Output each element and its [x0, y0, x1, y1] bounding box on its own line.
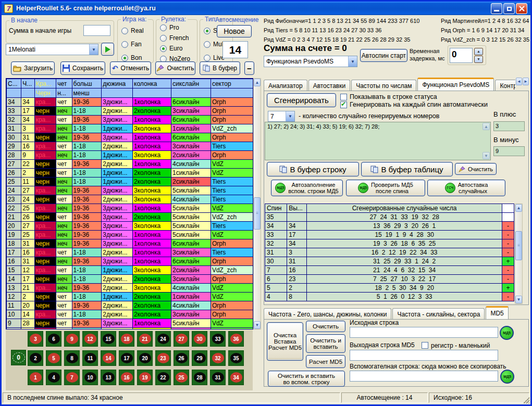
history-cell[interactable]: 5сиклайн — [171, 231, 211, 239]
board-cell-31[interactable]: 31 — [210, 370, 226, 385]
history-cell[interactable]: Orph — [211, 310, 253, 319]
history-cell[interactable]: VdZ_zch — [211, 266, 253, 275]
table-row[interactable]: 31316 2 12 19 22 34 33- — [265, 248, 514, 257]
spin-table[interactable]: СпинВы...Сгенерированные случайные числа… — [265, 204, 514, 301]
history-cell[interactable]: кра... — [34, 310, 56, 319]
history-cell[interactable]: VdZ — [211, 284, 253, 293]
history-cell[interactable]: 19-36 — [72, 319, 102, 328]
table-row[interactable]: 313кра...неч1-181дюжи...3колонка1сиклайн… — [7, 124, 253, 133]
history-cell[interactable]: 1колонка — [133, 116, 171, 124]
check-md5-button[interactable]: МД5Проверить МД5 после спина — [346, 180, 425, 196]
history-cell[interactable]: Orph — [211, 301, 253, 310]
history-cell[interactable]: 1сиклайн — [171, 124, 211, 133]
history-cell[interactable]: 16 — [21, 248, 34, 257]
history-header[interactable] — [133, 88, 171, 98]
history-cell[interactable]: Orph — [211, 151, 253, 160]
history-header[interactable]: больш — [72, 79, 102, 88]
history-cell[interactable]: 17 — [21, 275, 34, 284]
history-cell[interactable]: 2дюжи... — [102, 195, 133, 204]
chevron-down-icon[interactable]: ▼ — [89, 44, 98, 55]
board-cell-10[interactable]: 10 — [82, 370, 98, 385]
history-cell[interactable]: кра... — [34, 231, 56, 239]
history-cell[interactable]: черн — [34, 169, 56, 177]
history-cell[interactable]: 3сиклайн — [171, 142, 211, 151]
history-cell[interactable]: чет — [56, 293, 72, 301]
table-row[interactable]: 2916кра...чет1-182дюжи...1колонка3сиклай… — [7, 142, 253, 151]
board-cell-26[interactable]: 26 — [174, 350, 189, 366]
history-cell[interactable]: черн — [34, 195, 56, 204]
minus-input[interactable]: 9 — [493, 146, 525, 156]
history-header[interactable]: С... — [7, 79, 21, 88]
table-row[interactable]: 1925кра...неч19-363дюжи...1колонка5сикла… — [7, 231, 253, 239]
table-row[interactable]: 2511черннеч1-181дюжи...2колонка2сиклайнT… — [7, 177, 253, 186]
history-cell[interactable]: 15 — [7, 266, 21, 275]
tab-5[interactable]: Контроль банкро — [495, 80, 515, 91]
table-row[interactable]: 3234кра...чет19-363дюжи...1колонка6сикла… — [7, 116, 253, 124]
history-cell[interactable]: 24 — [21, 195, 34, 204]
history-cell[interactable]: 1колонка — [133, 257, 171, 266]
maximize-button[interactable] — [503, 3, 515, 14]
autospin-start-button[interactable]: Автоспин старт — [360, 49, 407, 62]
history-cell[interactable]: 21 — [21, 284, 34, 293]
clear-paste-aux-button[interactable]: Очистить и вставить во вспом. строку — [268, 371, 345, 387]
history-cell[interactable]: 19-36 — [72, 222, 102, 231]
history-cell[interactable]: 28 — [7, 151, 21, 160]
radio-fan[interactable]: Fan — [121, 41, 153, 48]
history-cell[interactable]: неч — [56, 222, 72, 231]
history-cell[interactable]: Tiers — [211, 195, 253, 204]
history-cell[interactable]: 1-18 — [72, 328, 102, 330]
history-cell[interactable]: кра... — [34, 98, 56, 107]
history-cell[interactable]: неч — [56, 133, 72, 142]
history-cell[interactable]: 3колонка — [133, 266, 171, 275]
history-cell[interactable]: 1сиклайн — [171, 169, 211, 177]
autobet-random-button[interactable]: ГСЧАвтоставка случайных — [427, 180, 505, 196]
history-cell[interactable]: 1дюжи... — [102, 151, 133, 160]
history-cell[interactable]: 1-18 — [72, 142, 102, 151]
history-cell[interactable]: неч — [56, 204, 72, 213]
clear-generated-button[interactable]: Очистить — [455, 163, 497, 175]
history-cell[interactable]: 29 — [7, 142, 21, 151]
history-cell[interactable]: кра... — [34, 328, 56, 330]
history-cell[interactable]: 31 — [21, 239, 34, 248]
close-button[interactable] — [516, 3, 527, 14]
history-cell[interactable]: кра... — [34, 186, 56, 195]
board-cell-6[interactable]: 6 — [46, 331, 61, 347]
table-row[interactable]: 2126чернчет19-363дюжи...2колонка5сиклайн… — [7, 213, 253, 222]
history-cell[interactable]: чет — [56, 142, 72, 151]
history-cell[interactable]: 19-36 — [72, 116, 102, 124]
history-cell[interactable]: 6сиклайн — [171, 98, 211, 107]
radio-bon[interactable]: Bon — [121, 54, 153, 61]
history-cell[interactable]: чет — [56, 195, 72, 204]
history-header[interactable]: н... — [56, 88, 72, 98]
history-cell[interactable]: 19 — [7, 231, 21, 239]
history-cell[interactable]: кра... — [34, 248, 56, 257]
history-cell[interactable]: 28 — [21, 319, 34, 328]
chevron-down-icon[interactable]: ▼ — [348, 56, 357, 67]
history-cell[interactable]: 19-36 — [72, 133, 102, 142]
history-cell[interactable]: 3сиклайн — [171, 310, 211, 319]
radio-circle-icon[interactable] — [160, 35, 167, 42]
history-cell[interactable]: 12 — [21, 266, 34, 275]
history-cell[interactable]: 24 — [7, 186, 21, 195]
history-cell[interactable]: 2дюжи... — [102, 301, 133, 310]
tab-scroll-right-icon[interactable]: ► — [523, 78, 529, 85]
history-header[interactable]: менш — [72, 88, 102, 98]
history-cell[interactable]: неч — [56, 284, 72, 293]
md5-big-button[interactable]: Очистка Вставка Расчет MD5 — [267, 322, 303, 361]
history-cell[interactable]: 27 — [21, 222, 34, 231]
history-cell[interactable]: Orph — [211, 239, 253, 248]
history-cell[interactable]: 25 — [21, 204, 34, 213]
table-row[interactable]: 323419 3 26 18 6 35 25- — [265, 239, 514, 248]
radio-circle-icon[interactable] — [204, 28, 211, 34]
radio-circle-icon[interactable] — [204, 41, 211, 48]
history-header[interactable]: Кра... — [34, 79, 56, 88]
play-button[interactable] — [101, 43, 114, 56]
table-row[interactable]: 928чернчет19-363дюжи...1колонка5сиклайнV… — [7, 319, 253, 328]
history-cell[interactable]: 1колонка — [133, 98, 171, 107]
board-cell-19[interactable]: 19 — [137, 370, 153, 385]
board-cell-22[interactable]: 22 — [155, 370, 171, 385]
radio-circle-icon[interactable] — [204, 55, 211, 61]
history-cell[interactable]: 1колонка — [133, 133, 171, 142]
history-cell[interactable]: 2дюжи... — [102, 310, 133, 319]
history-cell[interactable]: VdZ — [211, 328, 253, 330]
